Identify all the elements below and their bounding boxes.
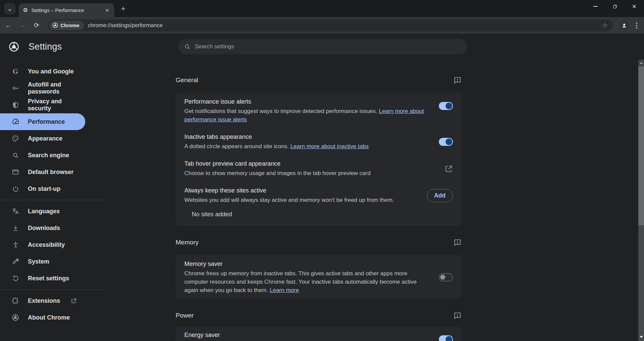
window-controls: ✕ <box>586 0 644 13</box>
search-header <box>104 34 644 60</box>
open-subpage-icon[interactable] <box>445 165 453 173</box>
tab-close-button[interactable]: ✕ <box>103 7 111 14</box>
setting-row-always-keep-active: Always keep these sites active Websites … <box>176 181 462 208</box>
sidebar-item-performance[interactable]: Performance <box>0 113 85 130</box>
download-icon <box>11 224 19 232</box>
translate-icon <box>11 207 19 215</box>
row-title: Always keep these sites active <box>184 187 417 194</box>
setting-row-memory-saver: Memory saver Chrome frees up memory from… <box>176 255 462 298</box>
active-tab[interactable]: ⚙ Settings – Performance ✕ <box>19 3 114 17</box>
scrollbar-down-button[interactable] <box>638 334 644 340</box>
restore-icon <box>613 5 617 8</box>
sidebar-item-system[interactable]: System <box>0 253 85 270</box>
row-title: Performance issue alerts <box>184 98 429 106</box>
bookmark-star-icon[interactable]: ☆ <box>602 21 608 29</box>
wrench-icon <box>11 258 19 266</box>
memory-card: Memory saver Chrome frees up memory from… <box>176 255 462 298</box>
chrome-logo-icon <box>9 42 19 52</box>
close-window-button[interactable]: ✕ <box>625 0 644 13</box>
sidebar-item-appearance[interactable]: Appearance <box>0 130 85 147</box>
triangle-down-icon <box>640 336 643 338</box>
browser-menu-button[interactable] <box>633 21 641 30</box>
row-title: Energy saver <box>184 331 429 339</box>
energy-saver-toggle[interactable] <box>439 335 453 341</box>
section-header-general: General <box>176 75 462 85</box>
row-title: Memory saver <box>184 260 429 268</box>
sidebar-item-you-and-google[interactable]: G You and Google <box>0 63 85 80</box>
toolbar: ← → ⟳ Chrome chrome://settings/performan… <box>0 17 644 34</box>
sidebar-divider <box>0 289 104 290</box>
sidebar-item-extensions[interactable]: Extensions <box>0 292 85 309</box>
sidebar-item-accessibility[interactable]: Accessibility <box>0 236 85 253</box>
sidebar-item-privacy[interactable]: Privacy and security <box>0 97 85 113</box>
back-button[interactable]: ← <box>3 20 14 31</box>
toggle-knob <box>446 103 452 109</box>
address-bar[interactable]: Chrome chrome://settings/performance ☆ <box>48 19 613 32</box>
reload-button[interactable]: ⟳ <box>31 20 42 31</box>
general-card: Performance issue alerts Get notificatio… <box>176 93 462 226</box>
settings-search[interactable] <box>178 39 467 54</box>
browser-window-icon <box>11 168 19 176</box>
memory-saver-toggle[interactable] <box>439 273 453 281</box>
row-title: Inactive tabs appearance <box>184 133 429 141</box>
site-chip-label: Chrome <box>60 22 80 28</box>
sidebar-item-on-startup[interactable]: On start-up <box>0 180 85 197</box>
chrome-logo-icon <box>11 314 19 322</box>
search-input[interactable] <box>195 43 461 50</box>
section-header-memory: Memory <box>176 237 462 247</box>
puzzle-icon <box>11 297 19 305</box>
settings-sidebar: Settings G You and Google Autofill and p… <box>0 34 104 341</box>
row-description: Choose to show memory usage and images i… <box>184 169 434 177</box>
learn-more-link[interactable]: Learn more about inactive tabs <box>290 143 369 150</box>
scrollbar-thumb[interactable] <box>638 66 644 225</box>
sidebar-item-about-chrome[interactable]: About Chrome <box>0 309 85 326</box>
sidebar-divider <box>0 200 104 200</box>
accessibility-person-icon <box>11 241 19 249</box>
sidebar-item-reset-settings[interactable]: Reset settings <box>0 270 85 287</box>
row-description: Websites you add will always stay active… <box>184 196 417 204</box>
profile-avatar[interactable] <box>619 20 629 31</box>
forward-button[interactable]: → <box>17 20 28 31</box>
scrollbar-track[interactable] <box>638 225 644 341</box>
new-tab-button[interactable]: + <box>118 4 128 14</box>
url-text: chrome://settings/performance <box>88 22 602 29</box>
tab-search-button[interactable]: ⌄ <box>4 3 15 14</box>
scrollbar[interactable] <box>638 60 644 341</box>
scrollbar-up-button[interactable] <box>638 60 644 66</box>
speedometer-icon <box>11 118 19 126</box>
gear-icon: ⚙ <box>23 7 28 14</box>
sidebar-item-downloads[interactable]: Downloads <box>0 220 85 236</box>
external-link-icon <box>71 298 77 304</box>
close-icon: ✕ <box>632 3 636 10</box>
add-site-button[interactable]: Add <box>427 189 453 202</box>
row-title: Tab hover preview card appearance <box>184 160 434 168</box>
setting-row-tab-hover-preview[interactable]: Tab hover preview card appearance Choose… <box>176 155 462 181</box>
section-title: General <box>176 76 198 84</box>
tab-strip: ⌄ ⚙ Settings – Performance ✕ + ✕ <box>0 0 644 17</box>
sidebar-item-autofill[interactable]: Autofill and passwords <box>0 80 85 97</box>
row-description: A dotted circle appears around site icon… <box>184 142 429 151</box>
power-card: Energy saver Chrome conserves battery po… <box>176 327 462 341</box>
setting-row-inactive-tabs-appearance: Inactive tabs appearance A dotted circle… <box>176 128 462 155</box>
row-description: Get notifications that suggest ways to i… <box>184 107 429 124</box>
chevron-down-icon: ⌄ <box>7 5 12 12</box>
learn-more-link[interactable]: Learn more <box>270 287 299 293</box>
empty-site-list-text: No sites added <box>176 208 462 226</box>
site-info-chip[interactable]: Chrome <box>49 21 84 30</box>
sidebar-item-languages[interactable]: Languages <box>0 203 85 220</box>
sidebar-item-search-engine[interactable]: Search engine <box>0 147 85 164</box>
minimize-button[interactable] <box>586 0 605 13</box>
tab-title: Settings – Performance <box>31 7 103 13</box>
feedback-icon[interactable] <box>453 238 462 247</box>
inactive-tabs-appearance-toggle[interactable] <box>439 138 453 146</box>
minimize-icon <box>593 6 598 7</box>
restore-button[interactable] <box>605 0 625 13</box>
feedback-icon[interactable] <box>453 311 462 320</box>
sidebar-item-default-browser[interactable]: Default browser <box>0 164 85 180</box>
triangle-up-icon <box>640 62 643 64</box>
chrome-logo-icon <box>52 22 58 28</box>
setting-row-performance-issue-alerts: Performance issue alerts Get notificatio… <box>176 93 462 128</box>
performance-issue-alerts-toggle[interactable] <box>439 102 453 110</box>
feedback-icon[interactable] <box>453 76 462 84</box>
settings-scroll-area: General Performance issue alerts Get not… <box>104 60 638 341</box>
